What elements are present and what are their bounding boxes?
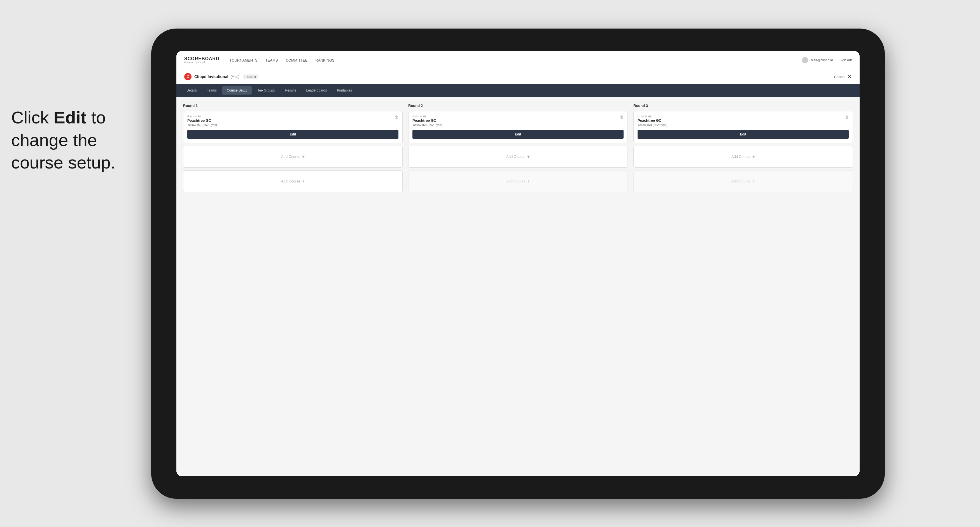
plus-icon-r1s1: + <box>302 154 305 159</box>
user-email: blair@clippd.io <box>811 58 833 62</box>
nav-rankings[interactable]: RANKINGS <box>315 58 335 62</box>
round-2-course-label: (Course A) <box>412 115 624 118</box>
cancel-button[interactable]: Cancel <box>834 75 845 79</box>
tablet-screen: SCOREBOARD Powered by clippd TOURNAMENTS… <box>177 51 860 476</box>
tab-printables[interactable]: Printables <box>332 86 356 95</box>
round-3-course-name: Peachtree GC <box>638 118 849 122</box>
tab-course-setup[interactable]: Course Setup <box>222 86 252 95</box>
round-1-course-label: (Course A) <box>187 115 398 118</box>
top-nav: SCOREBOARD Powered by clippd TOURNAMENTS… <box>177 51 860 70</box>
round-2-course-details: Yellow (M) (6629 yds) <box>412 123 624 127</box>
rounds-grid: Round 1 🗑 (Course A) Peachtree GC Yellow… <box>183 103 853 195</box>
round-1-delete-icon[interactable]: 🗑 <box>394 114 399 120</box>
sub-header: C Clippd Invitational (Men) Hosting Canc… <box>177 70 860 84</box>
instruction-text: Click Edit tochange thecourse setup. <box>11 106 115 174</box>
round-1-add-course-1[interactable]: Add Course + <box>183 146 402 168</box>
round-3-column: Round 3 🗑 (Course A) Peachtree GC Yellow… <box>633 103 853 195</box>
nav-avatar <box>802 57 808 63</box>
round-2-delete-icon[interactable]: 🗑 <box>619 114 625 120</box>
add-course-text-r2s1: Add Course <box>506 154 525 159</box>
round-3-course-details: Yellow (M) (6629 yds) <box>638 123 849 127</box>
plus-icon-r3s2: + <box>752 179 755 184</box>
round-1-column: Round 1 🗑 (Course A) Peachtree GC Yellow… <box>183 103 402 195</box>
round-3-delete-icon[interactable]: 🗑 <box>844 114 850 120</box>
round-1-course-card: 🗑 (Course A) Peachtree GC Yellow (M) (66… <box>183 111 402 143</box>
plus-icon-r3s1: + <box>752 154 755 159</box>
sub-header-right: Cancel ✕ <box>834 74 852 80</box>
add-course-text-r2s2: Add Course <box>506 179 525 183</box>
round-3-add-course-1[interactable]: Add Course + <box>633 146 853 168</box>
round-3-title: Round 3 <box>633 103 853 108</box>
add-course-text-r3s1: Add Course <box>731 154 751 159</box>
add-course-text-r1s1: Add Course <box>281 154 301 159</box>
round-2-course-card: 🗑 (Course A) Peachtree GC Yellow (M) (66… <box>408 111 628 143</box>
nav-teams[interactable]: TEAMS <box>266 58 278 62</box>
round-3-add-course-2: Add Course + <box>633 170 853 192</box>
add-course-text-r3s2: Add Course <box>731 179 751 183</box>
tab-results[interactable]: Results <box>280 86 301 95</box>
round-1-course-name: Peachtree GC <box>187 118 398 122</box>
round-1-edit-button[interactable]: Edit <box>187 130 398 139</box>
main-content: Round 1 🗑 (Course A) Peachtree GC Yellow… <box>177 97 860 476</box>
nav-tournaments[interactable]: TOURNAMENTS <box>230 58 258 62</box>
round-3-course-card: 🗑 (Course A) Peachtree GC Yellow (M) (66… <box>633 111 853 143</box>
round-2-edit-button[interactable]: Edit <box>412 130 624 139</box>
plus-icon-r2s1: + <box>527 154 530 159</box>
round-2-course-name: Peachtree GC <box>412 118 624 122</box>
tab-tee-groups[interactable]: Tee Groups <box>253 86 279 95</box>
nav-committee[interactable]: COMMITTEE <box>286 58 308 62</box>
logo-subtitle: Powered by clippd <box>184 61 220 64</box>
plus-icon-r1s2: + <box>302 179 305 184</box>
tournament-logo: C <box>184 73 191 80</box>
tab-leaderboards[interactable]: Leaderboards <box>302 86 331 95</box>
edit-bold: Edit <box>54 108 86 127</box>
tablet-shell: SCOREBOARD Powered by clippd TOURNAMENTS… <box>151 29 885 499</box>
hosting-badge: Hosting <box>243 75 258 79</box>
scoreboard-logo: SCOREBOARD Powered by clippd <box>184 57 220 64</box>
tab-bar: Details Teams Course Setup Tee Groups Re… <box>177 84 860 97</box>
round-2-column: Round 2 🗑 (Course A) Peachtree GC Yellow… <box>408 103 628 195</box>
tournament-gender: (Men) <box>231 75 239 79</box>
round-1-course-details: Yellow (M) (6629 yds) <box>187 123 398 127</box>
round-1-add-course-2[interactable]: Add Course + <box>183 170 402 192</box>
nav-right: blair@clippd.io | Sign out <box>802 57 852 63</box>
round-2-add-course-1[interactable]: Add Course + <box>408 146 628 168</box>
sign-out-link[interactable]: Sign out <box>840 58 852 62</box>
logo-title: SCOREBOARD <box>184 57 220 61</box>
tab-teams[interactable]: Teams <box>202 86 221 95</box>
tournament-name: Clippd Invitational <box>194 75 228 79</box>
close-icon[interactable]: ✕ <box>848 74 852 80</box>
tab-details[interactable]: Details <box>182 86 201 95</box>
round-3-course-label: (Course A) <box>638 115 849 118</box>
round-2-title: Round 2 <box>408 103 628 108</box>
nav-links: TOURNAMENTS TEAMS COMMITTEE RANKINGS <box>230 58 802 62</box>
add-course-text-r1s2: Add Course <box>281 179 301 183</box>
nav-separator: | <box>836 58 837 62</box>
round-2-add-course-2: Add Course + <box>408 170 628 192</box>
round-3-edit-button[interactable]: Edit <box>638 130 849 139</box>
round-1-title: Round 1 <box>183 103 402 108</box>
plus-icon-r2s2: + <box>527 179 530 184</box>
